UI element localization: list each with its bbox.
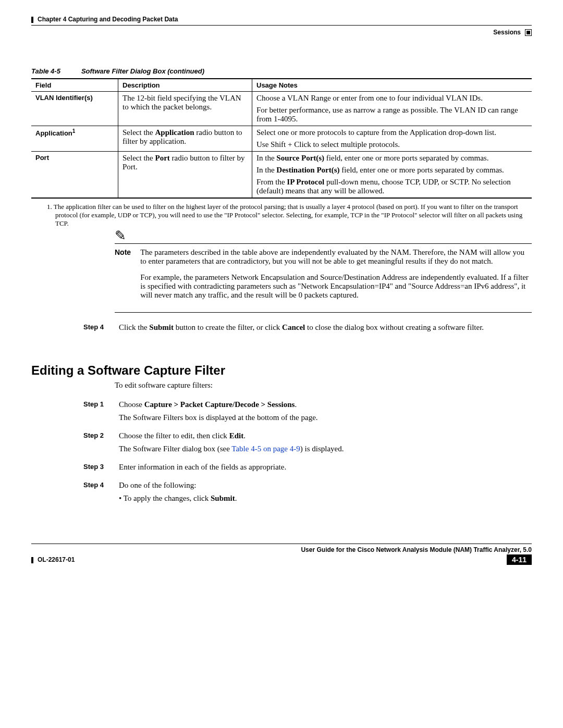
section-heading: Editing a Software Capture Filter (31, 363, 532, 378)
chapter-header: Chapter 4 Capturing and Decoding Packet … (31, 16, 532, 26)
step-body: Click the Submit button to create the fi… (119, 323, 484, 332)
step-label: Step 2 (83, 431, 109, 458)
step-body: Choose Capture > Packet Capture/Decode >… (119, 400, 318, 426)
note-block: ✎ Note The parameters described in the t… (115, 243, 532, 307)
section-name: Sessions (493, 29, 521, 36)
section-intro: To edit software capture filters: (115, 381, 532, 390)
table-number: Table 4-5 (31, 67, 60, 75)
step-label: Step 1 (83, 400, 109, 426)
software-filter-table: Field Description Usage Notes VLAN Ident… (31, 78, 532, 199)
step-row: Step 4 Do one of the following: • To app… (83, 481, 532, 507)
step-body: Do one of the following: • To apply the … (119, 481, 237, 507)
cross-ref-link[interactable]: Table 4-5 on page 4-9 (231, 445, 300, 453)
step-row: Step 2 Choose the filter to edit, then c… (83, 431, 532, 458)
note-body: The parameters described in the table ab… (140, 248, 532, 307)
chapter-title: Chapter 4 Capturing and Decoding Packet … (38, 16, 178, 23)
table-title: Software Filter Dialog Box (continued) (81, 67, 204, 75)
step-body: Enter information in each of the fields … (119, 463, 286, 476)
field-name: VLAN Identifier(s) (35, 94, 93, 102)
table-footnote: 1. The application filter can be used to… (47, 203, 532, 228)
section-marker-icon (525, 29, 532, 36)
step-row: Step 3 Enter information in each of the … (83, 463, 532, 476)
step-body: Choose the filter to edit, then click Ed… (119, 431, 344, 458)
footer: User Guide for the Cisco Network Analysi… (31, 544, 532, 553)
page-number: 4-11 (507, 554, 532, 565)
note-icon: ✎ (115, 229, 126, 243)
usage-text: Choose a VLAN Range or enter from one to… (256, 94, 528, 103)
step-row: Step 4 Click the Submit button to create… (83, 323, 532, 332)
footnote-ref: 1 (72, 128, 76, 134)
step-label: Step 3 (83, 463, 109, 476)
doc-id: OL-22617-01 (31, 556, 75, 563)
col-usage: Usage Notes (252, 79, 532, 92)
table-row: Port Select the Port radio button to fil… (31, 152, 532, 199)
field-desc: The 12-bit field specifying the VLAN to … (123, 94, 241, 111)
note-label: Note (115, 248, 131, 307)
table-caption: Table 4-5Software Filter Dialog Box (con… (31, 67, 532, 75)
table-row: Application1 Select the Application radi… (31, 126, 532, 152)
col-field: Field (31, 79, 118, 92)
field-name: Application (35, 130, 72, 138)
step-label: Step 4 (83, 481, 109, 507)
field-name: Port (35, 154, 49, 162)
usage-text: For better performance, use as narrow a … (256, 106, 528, 124)
step-row: Step 1 Choose Capture > Packet Capture/D… (83, 400, 532, 426)
footer-title: User Guide for the Cisco Network Analysi… (301, 546, 532, 553)
usage-text: Select one or more protocols to capture … (256, 128, 528, 137)
usage-text: Use Shift + Click to select multiple pro… (256, 140, 528, 149)
section-indicator: Sessions (31, 29, 532, 36)
step-label: Step 4 (83, 323, 109, 332)
col-description: Description (118, 79, 252, 92)
table-row: VLAN Identifier(s) The 12-bit field spec… (31, 92, 532, 126)
